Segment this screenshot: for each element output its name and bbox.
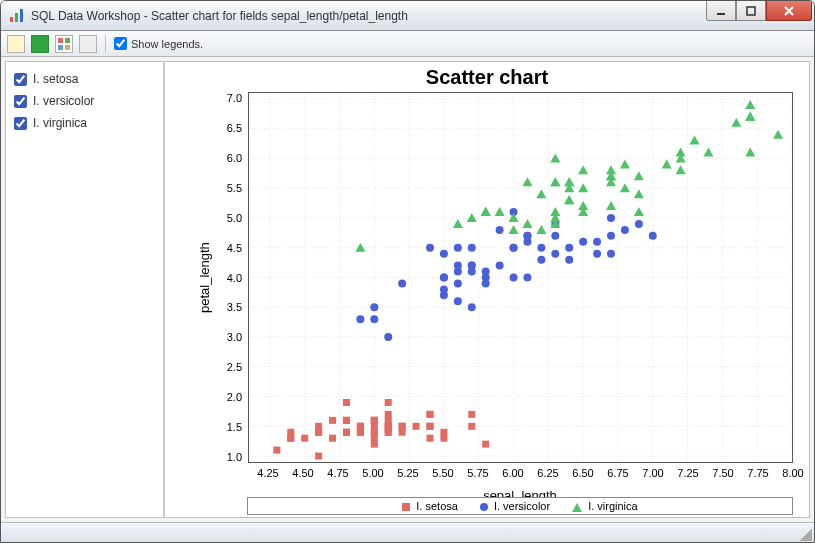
toolbar-btn-3[interactable] — [55, 35, 73, 53]
plot-svg — [249, 93, 792, 462]
svg-point-137 — [468, 268, 476, 276]
svg-rect-82 — [385, 399, 392, 406]
svg-point-135 — [537, 256, 545, 264]
svg-rect-87 — [371, 429, 378, 436]
svg-point-95 — [356, 315, 364, 323]
toolbar-btn-1[interactable] — [7, 35, 25, 53]
series-checkbox[interactable] — [14, 117, 27, 130]
svg-rect-46 — [287, 429, 294, 436]
legend-item-virginica[interactable]: I. virginica — [572, 500, 638, 512]
svg-point-136 — [384, 333, 392, 341]
svg-rect-53 — [468, 423, 475, 430]
triangle-icon — [572, 503, 582, 512]
svg-rect-40 — [329, 435, 336, 442]
show-legends-toggle[interactable]: Show legends. — [114, 37, 203, 50]
series-label: I. versicolor — [33, 94, 94, 108]
svg-point-108 — [496, 226, 504, 234]
svg-point-130 — [482, 274, 490, 282]
app-icon — [9, 7, 25, 25]
svg-point-96 — [593, 238, 601, 246]
svg-rect-51 — [273, 447, 280, 454]
svg-point-131 — [370, 315, 378, 323]
svg-rect-62 — [343, 399, 350, 406]
svg-point-92 — [579, 238, 587, 246]
svg-rect-61 — [385, 411, 392, 418]
svg-point-117 — [468, 303, 476, 311]
svg-rect-56 — [468, 411, 475, 418]
legend-item-versicolor[interactable]: I. versicolor — [480, 500, 550, 512]
series-label: I. setosa — [33, 72, 78, 86]
series-label: I. virginica — [33, 116, 87, 130]
svg-rect-60 — [315, 453, 322, 460]
svg-rect-77 — [385, 423, 392, 430]
svg-rect-54 — [427, 435, 434, 442]
sidebar-item-setosa[interactable]: I. setosa — [14, 72, 155, 86]
chart-pane: Scatter chart petal_length 1.01.52.02.53… — [165, 61, 810, 518]
legend: I. setosa I. versicolor I. virginica — [247, 497, 793, 515]
window-buttons — [706, 1, 812, 21]
series-checkbox[interactable] — [14, 73, 27, 86]
svg-rect-75 — [357, 429, 364, 436]
svg-rect-84 — [385, 417, 392, 424]
svg-rect-52 — [482, 441, 489, 448]
legend-item-setosa[interactable]: I. setosa — [402, 500, 458, 512]
plot-wrap: petal_length 1.01.52.02.53.03.54.04.55.0… — [195, 92, 793, 463]
svg-rect-8 — [65, 45, 70, 50]
square-icon — [402, 503, 410, 511]
svg-point-107 — [454, 279, 462, 287]
svg-point-125 — [551, 250, 559, 258]
resize-grip-icon[interactable] — [796, 525, 812, 541]
svg-rect-71 — [440, 429, 447, 436]
svg-rect-72 — [357, 423, 364, 430]
toolbar-btn-2[interactable] — [31, 35, 49, 53]
circle-icon — [480, 503, 488, 511]
svg-point-89 — [565, 244, 573, 252]
close-button[interactable] — [766, 1, 812, 21]
svg-rect-79 — [301, 435, 308, 442]
toolbar-btn-4[interactable] — [79, 35, 97, 53]
svg-point-132 — [454, 262, 462, 270]
svg-rect-69 — [427, 423, 434, 430]
sidebar-item-virginica[interactable]: I. virginica — [14, 116, 155, 130]
toolbar-separator — [105, 35, 106, 53]
sidebar-item-versicolor[interactable]: I. versicolor — [14, 94, 155, 108]
svg-rect-41 — [315, 423, 322, 430]
svg-rect-0 — [10, 17, 13, 22]
svg-point-90 — [635, 220, 643, 228]
svg-point-106 — [537, 244, 545, 252]
titlebar[interactable]: SQL Data Workshop - Scatter chart for fi… — [1, 1, 814, 31]
svg-rect-67 — [329, 417, 336, 424]
svg-point-112 — [565, 256, 573, 264]
statusbar — [1, 522, 814, 542]
plot-area[interactable] — [248, 92, 793, 463]
series-sidebar: I. setosa I. versicolor I. virginica — [5, 61, 165, 518]
series-checkbox[interactable] — [14, 95, 27, 108]
svg-rect-85 — [315, 429, 322, 436]
svg-point-100 — [510, 274, 518, 282]
svg-point-127 — [440, 274, 448, 282]
svg-rect-55 — [385, 429, 392, 436]
svg-point-88 — [649, 232, 657, 240]
svg-rect-81 — [371, 417, 378, 424]
svg-point-129 — [523, 238, 531, 246]
svg-point-122 — [426, 244, 434, 252]
svg-rect-78 — [371, 435, 378, 442]
minimize-button[interactable] — [706, 1, 736, 21]
svg-rect-58 — [427, 411, 434, 418]
svg-point-102 — [454, 297, 462, 305]
svg-rect-83 — [343, 429, 350, 436]
svg-rect-73 — [371, 441, 378, 448]
window-title: SQL Data Workshop - Scatter chart for fi… — [31, 9, 706, 23]
svg-point-109 — [523, 274, 531, 282]
maximize-button[interactable] — [736, 1, 766, 21]
svg-rect-45 — [371, 423, 378, 430]
show-legends-checkbox[interactable] — [114, 37, 127, 50]
svg-point-113 — [593, 250, 601, 258]
svg-point-119 — [440, 291, 448, 299]
svg-rect-86 — [413, 423, 420, 430]
svg-point-115 — [607, 214, 615, 222]
toolbar: Show legends. — [1, 31, 814, 57]
svg-point-104 — [454, 244, 462, 252]
svg-rect-3 — [717, 13, 725, 15]
svg-rect-1 — [15, 13, 18, 22]
